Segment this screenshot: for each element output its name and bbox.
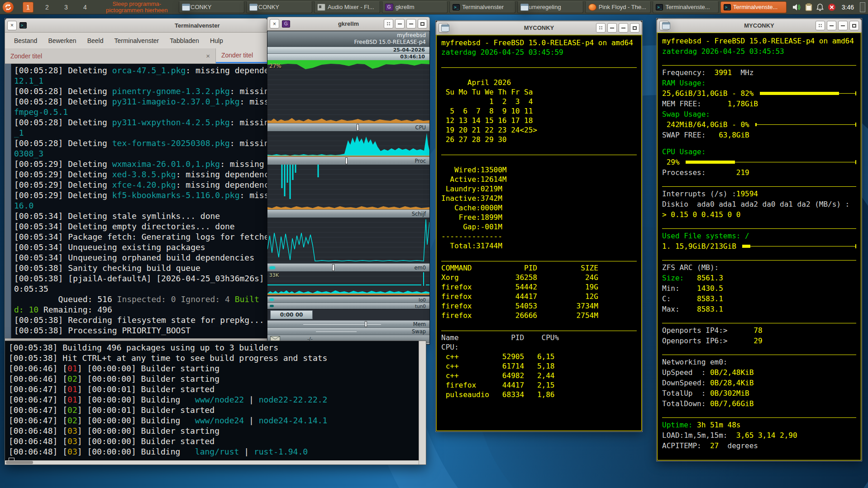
taskbar-window-button[interactable]: >_Terminalvenste...: [720, 1, 787, 13]
conky-row: C: 8583.1: [662, 294, 856, 304]
conky-row: 5 6 7 8 9 10 11: [441, 106, 637, 116]
gkrellm-cpu-label: CPU: [267, 123, 429, 131]
conky-row: 242MiB/64,0GiB - 0%: [662, 119, 856, 130]
conky-row: ACPITEMP: 27 degrees: [662, 441, 856, 451]
conky-row: Name PID CPU%: [441, 333, 637, 342]
shade-icon[interactable]: [607, 23, 617, 33]
conky-row: Free:1899M: [441, 213, 637, 222]
terminal1-titlebar[interactable]: × >_ Terminalvenster: [5, 19, 267, 33]
taskbar-window-button[interactable]: MYCONKY: [179, 1, 245, 13]
terminal-line: [00:05:38] [pjailA-defaultA] [2026-04-25…: [14, 273, 267, 284]
text-segment: 25,6GiB/31,0GiB - 82%: [662, 88, 758, 99]
scrollbar[interactable]: [5, 64, 11, 338]
terminal-line: [00:05:34] Deleting empty directories...…: [14, 221, 267, 232]
close-icon[interactable]: ×: [7, 21, 17, 30]
workspace-2[interactable]: 2: [42, 2, 52, 13]
gkrellm-timer[interactable]: 0:00 00: [270, 310, 313, 319]
notification-bell-icon[interactable]: [816, 3, 824, 11]
text-segment: c++ 52905 6,15: [441, 352, 554, 361]
conky-gap: [441, 70, 637, 78]
conky-gap: [662, 220, 856, 226]
close-icon[interactable]: ×: [270, 19, 279, 28]
text-segment: firefox 54442 19G: [441, 282, 598, 292]
terminal-tab-active[interactable]: Zonder titel: [216, 48, 267, 63]
menu-item-terminalvenster[interactable]: Terminalvenster: [110, 35, 163, 46]
shade-icon[interactable]: [395, 19, 405, 28]
conky1-titlebar[interactable]: × MYCONKY: [436, 21, 642, 35]
systray-hint: Sleep programma- pictogrammen hierheen: [106, 1, 168, 14]
text-segment: [00:05:34] Deleting stale symlinks... do…: [14, 211, 220, 221]
text-segment: UpSpeed :: [662, 367, 710, 378]
menu-item-bestand[interactable]: Bestand: [10, 35, 42, 46]
text-segment: : missing: [230, 118, 267, 127]
minimize-icon[interactable]: [619, 23, 628, 33]
applications-menu-icon[interactable]: [3, 2, 14, 13]
clipboard-icon[interactable]: [805, 3, 812, 11]
menu-item-hulp[interactable]: Hulp: [205, 35, 228, 46]
text-segment: [00:06:47] [: [9, 395, 67, 404]
taskbar-window-button[interactable]: Audio Mixer - FI...: [314, 1, 380, 13]
conky-row: LOAD:1m,5m,15m: 3,65 3,14 2,90: [662, 430, 856, 441]
status-error-icon[interactable]: [828, 3, 836, 11]
text-segment: ] [00:00:00] Builder starting: [77, 374, 219, 384]
minimize-icon[interactable]: [406, 19, 416, 28]
conky-progress-bar: [686, 160, 856, 164]
conky-progress-bar: [760, 91, 856, 95]
terminal-tab[interactable]: Zonder titel×: [5, 48, 216, 63]
menu-item-bewerken[interactable]: Bewerken: [43, 35, 81, 46]
text-segment: > 0.15 0 0.415 0 0: [662, 209, 740, 220]
taskbar-window-button[interactable]: >_Terminalvenste...: [653, 1, 719, 13]
firefox-icon: [588, 4, 596, 11]
gkrellm-time: 03:46:10: [267, 53, 429, 60]
conky2-titlebar[interactable]: × MYCONKY: [657, 19, 862, 33]
workspace-4[interactable]: 4: [80, 2, 91, 13]
maximize-icon[interactable]: [630, 23, 639, 33]
text-segment: |: [244, 416, 259, 425]
maximize-icon[interactable]: [849, 21, 859, 30]
clock[interactable]: 3:46: [842, 4, 854, 11]
taskbar-window-button[interactable]: Ggkrellm: [382, 1, 448, 13]
gkrellm-hostname: myfreebsd FreeBSD 15.0-RELEASE-p4: [267, 31, 429, 47]
horizontal-scrollbar[interactable]: [5, 460, 419, 464]
text-segment: LOAD:1m,5m,15m:: [662, 430, 732, 441]
text-segment: myfreebsd - FreeBSD 15.0-RELEASE-p4 on a…: [662, 36, 854, 46]
taskbar-window-button[interactable]: MYCONKY: [246, 1, 312, 13]
terminal2-output[interactable]: [00:05:38] Building 496 packages using u…: [5, 341, 419, 460]
conky-row: Size: 8561.3: [662, 273, 856, 283]
maximize-icon[interactable]: [418, 19, 427, 28]
volume-icon[interactable]: [792, 3, 801, 11]
taskbar-window-button[interactable]: Volumeregeling: [517, 1, 583, 13]
tab-close-icon[interactable]: ×: [206, 52, 210, 60]
conky-separator: [662, 186, 856, 187]
taskbar-window-button[interactable]: Pink Floyd - The...: [585, 1, 651, 13]
menu-item-beeld[interactable]: Beeld: [83, 35, 108, 46]
text-segment: 1 2 3 4: [441, 97, 533, 106]
vertical-scrollbar[interactable]: [419, 341, 426, 464]
tab-label: Zonder titel: [221, 52, 253, 59]
conky-row: Networking em0:: [662, 357, 856, 367]
gkrellm-icon: G: [385, 4, 393, 11]
gkrellm-titlebar[interactable]: × G gkrellm: [267, 17, 430, 31]
stick-icon[interactable]: [816, 21, 825, 30]
menu-item-tabbladen[interactable]: Tabbladen: [165, 35, 204, 46]
text-segment: [00:05:28] Deleting: [14, 66, 112, 75]
stick-icon[interactable]: [596, 23, 606, 33]
text-segment: c++ 61714 5,18: [441, 361, 554, 371]
minimize-icon[interactable]: [838, 21, 848, 30]
text-segment: Xorg 36258 24G: [441, 273, 598, 282]
text-segment: www/node24: [195, 416, 244, 425]
workspace-3[interactable]: 3: [61, 2, 72, 13]
workspace-1[interactable]: 1: [23, 2, 33, 13]
stick-icon[interactable]: [384, 19, 393, 28]
taskbar-window-button[interactable]: >_Terminalvenster: [449, 1, 515, 13]
text-segment: 3h 51m 48s: [697, 420, 740, 430]
shade-icon[interactable]: [827, 21, 836, 30]
terminal1-menubar: BestandBewerkenBeeldTerminalvensterTabbl…: [5, 33, 267, 48]
show-desktop-button[interactable]: [860, 2, 865, 12]
conky-separator: [441, 155, 637, 155]
text-segment: RAM Usage:: [662, 78, 706, 88]
gkrellm-mem-label: Mem: [267, 320, 429, 327]
text-segment: CPU Usage:: [662, 147, 706, 157]
terminal1-output[interactable]: [00:05:28] Deleting orca-47.5_1.pkg: mis…: [11, 64, 267, 338]
text-segment: Active:12614M: [441, 175, 507, 184]
